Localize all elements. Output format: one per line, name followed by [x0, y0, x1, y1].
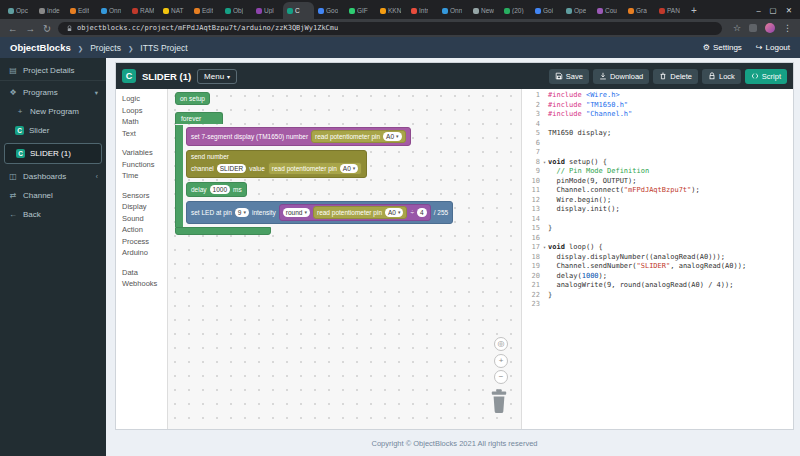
- toolbox-category-display[interactable]: Display: [116, 201, 167, 213]
- browser-tab[interactable]: RAM: [128, 2, 159, 19]
- toolbox-category-sound[interactable]: Sound: [116, 213, 167, 225]
- browser-tab[interactable]: Inde: [35, 2, 66, 19]
- browser-menu-icon[interactable]: ⋮: [783, 23, 792, 33]
- zoom-reset-button[interactable]: ◎: [494, 337, 508, 351]
- browser-tab[interactable]: Ope: [562, 2, 593, 19]
- new-tab-button[interactable]: +: [691, 5, 697, 16]
- profile-avatar[interactable]: [765, 23, 775, 33]
- menu-button[interactable]: Menu: [197, 69, 237, 84]
- browser-tab[interactable]: Upl: [252, 2, 283, 19]
- sidebar-item-new-program[interactable]: +New Program: [0, 102, 106, 121]
- reload-icon[interactable]: ↻: [43, 23, 51, 34]
- browser-tab[interactable]: New: [469, 2, 500, 19]
- line-number: 18: [522, 253, 540, 263]
- toolbox-category-action[interactable]: Action: [116, 224, 167, 236]
- sidebar-item-channel[interactable]: ⇄Channel: [0, 186, 106, 205]
- toolbox-category-text[interactable]: Text: [116, 128, 167, 140]
- maximize-icon[interactable]: ▢: [770, 6, 777, 15]
- close-icon[interactable]: ✕: [786, 6, 792, 15]
- browser-tab[interactable]: GIF: [345, 2, 376, 19]
- block-7segment-display[interactable]: set 7-segment display (TM1650) number re…: [186, 127, 411, 146]
- toolbox-category-variables[interactable]: Variables: [116, 147, 167, 159]
- line-number: 11: [522, 186, 540, 196]
- browser-tab[interactable]: Onn: [438, 2, 469, 19]
- browser-tab[interactable]: Goo: [314, 2, 345, 19]
- browser-tab[interactable]: KKN: [376, 2, 407, 19]
- browser-tab[interactable]: PAN: [655, 2, 686, 19]
- pin-dropdown[interactable]: A0: [340, 164, 358, 173]
- address-bar[interactable]: objectblocks.cc/project/mFPdJAqtBzpu7t/a…: [58, 22, 722, 35]
- browser-tab[interactable]: Opc: [4, 2, 35, 19]
- download-button[interactable]: Download: [593, 69, 649, 84]
- back-icon[interactable]: ←: [8, 23, 18, 34]
- browser-tab[interactable]: Edit: [66, 2, 97, 19]
- logout-button[interactable]: ↪Logout: [756, 43, 790, 52]
- forward-icon[interactable]: →: [26, 23, 36, 34]
- toolbox-category-arduino[interactable]: Arduino: [116, 247, 167, 259]
- block-on-setup[interactable]: on setup: [175, 92, 210, 105]
- channel-name-field[interactable]: SLIDER: [217, 164, 246, 173]
- code-text: display.init();: [548, 205, 620, 215]
- block-forever[interactable]: forever set 7-segment display (TM1650) n…: [175, 107, 453, 235]
- sidebar-item-programs[interactable]: ❖Programs▾: [0, 83, 106, 102]
- save-button[interactable]: Save: [549, 69, 589, 84]
- sidebar-item-dashboards[interactable]: ◫Dashboards‹: [0, 167, 106, 186]
- toolbox-category-logic[interactable]: Logic: [116, 93, 167, 105]
- round-dropdown[interactable]: round: [283, 208, 310, 217]
- code-panel[interactable]: 1#include <Wire.h>2#include "TM1650.h"3#…: [521, 89, 793, 429]
- toolbox-category-sensors[interactable]: Sensors: [116, 190, 167, 202]
- divisor-field[interactable]: 4: [417, 208, 427, 217]
- block-read-potentiometer[interactable]: read potentiometer pin A0: [311, 130, 406, 143]
- zoom-in-button[interactable]: +: [494, 354, 508, 368]
- browser-tab[interactable]: Cou: [593, 2, 624, 19]
- toolbox-category-process[interactable]: Process: [116, 236, 167, 248]
- pin-dropdown[interactable]: A0: [383, 132, 401, 141]
- channel-icon: ⇄: [8, 191, 18, 200]
- toolbox-category-math[interactable]: Math: [116, 116, 167, 128]
- sidebar-item-project-details[interactable]: ▤Project Details: [0, 61, 106, 81]
- pin-dropdown[interactable]: 9: [235, 208, 249, 217]
- browser-tab-active[interactable]: C: [283, 2, 314, 19]
- breadcrumb-item[interactable]: ITTS Project: [128, 43, 188, 53]
- toolbox-category-loops[interactable]: Loops: [116, 105, 167, 117]
- fold-icon[interactable]: ▾: [543, 243, 546, 253]
- forever-label[interactable]: forever: [175, 112, 223, 124]
- blockly-canvas[interactable]: on setup forever set 7-segment display (…: [168, 89, 521, 429]
- pin-dropdown[interactable]: A0: [385, 208, 403, 217]
- delay-value-field[interactable]: 1000: [210, 185, 230, 194]
- block-set-led[interactable]: set LED at pin 9 intensity round read po…: [186, 201, 453, 224]
- block-delay[interactable]: delay 1000 ms: [186, 182, 247, 197]
- zoom-out-button[interactable]: −: [494, 370, 508, 384]
- browser-tab[interactable]: NAT: [159, 2, 190, 19]
- browser-tab[interactable]: Intr: [407, 2, 438, 19]
- block-round-math[interactable]: round read potentiometer pin A0 ÷ 4: [279, 204, 431, 221]
- block-send-number[interactable]: send number channel SLIDER value read po…: [186, 150, 367, 178]
- browser-tab[interactable]: Edit: [190, 2, 221, 19]
- trash-icon[interactable]: [490, 389, 508, 418]
- sidebar-item-back[interactable]: ←Back: [0, 205, 106, 224]
- script-button[interactable]: Script: [745, 69, 787, 84]
- block-read-potentiometer[interactable]: read potentiometer pin A0: [268, 162, 363, 175]
- browser-tab[interactable]: Onn: [97, 2, 128, 19]
- lock-button[interactable]: Lock: [702, 69, 741, 84]
- sidebar-item-slider[interactable]: CSlider: [0, 121, 106, 140]
- fold-icon[interactable]: ▾: [543, 158, 546, 168]
- settings-button[interactable]: ⚙Settings: [703, 43, 742, 52]
- toolbox-category-data[interactable]: Data: [116, 267, 167, 279]
- toolbox-category-time[interactable]: Time: [116, 170, 167, 182]
- block-read-potentiometer[interactable]: read potentiometer pin A0: [313, 206, 408, 219]
- browser-tab[interactable]: Obj: [221, 2, 252, 19]
- toolbox-category-functions[interactable]: Functions: [116, 159, 167, 171]
- browser-tab[interactable]: Goi: [531, 2, 562, 19]
- minimize-icon[interactable]: –: [756, 6, 760, 15]
- brand[interactable]: ObjectBlocks: [10, 42, 71, 53]
- toolbox-category-webhooks[interactable]: Webhooks: [116, 278, 167, 290]
- browser-tab[interactable]: (20): [500, 2, 531, 19]
- browser-tab[interactable]: Gra: [624, 2, 655, 19]
- extension-icon[interactable]: [749, 24, 757, 32]
- breadcrumb-item[interactable]: Projects: [78, 43, 121, 53]
- delete-button[interactable]: Delete: [653, 69, 698, 84]
- bookmark-star-icon[interactable]: ☆: [733, 23, 741, 33]
- lock-icon: [708, 72, 716, 80]
- sidebar-item-slider-1[interactable]: CSLIDER (1): [4, 143, 102, 164]
